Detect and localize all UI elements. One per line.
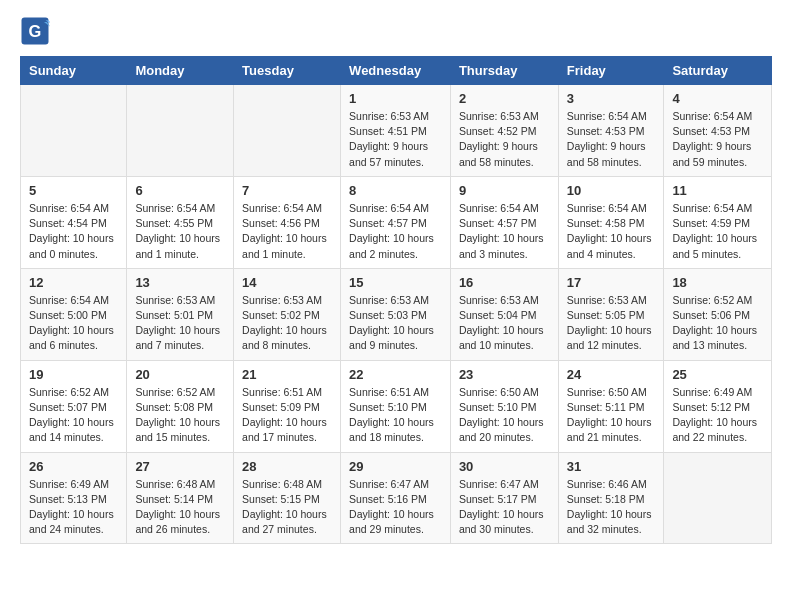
week-row-2: 5Sunrise: 6:54 AM Sunset: 4:54 PM Daylig… (21, 176, 772, 268)
day-number: 10 (567, 183, 656, 198)
day-cell: 21Sunrise: 6:51 AM Sunset: 5:09 PM Dayli… (234, 360, 341, 452)
day-cell: 1Sunrise: 6:53 AM Sunset: 4:51 PM Daylig… (341, 85, 451, 177)
day-cell: 28Sunrise: 6:48 AM Sunset: 5:15 PM Dayli… (234, 452, 341, 544)
day-info: Sunrise: 6:49 AM Sunset: 5:13 PM Dayligh… (29, 477, 118, 538)
day-number: 19 (29, 367, 118, 382)
day-number: 5 (29, 183, 118, 198)
day-cell: 6Sunrise: 6:54 AM Sunset: 4:55 PM Daylig… (127, 176, 234, 268)
day-cell: 27Sunrise: 6:48 AM Sunset: 5:14 PM Dayli… (127, 452, 234, 544)
day-info: Sunrise: 6:51 AM Sunset: 5:10 PM Dayligh… (349, 385, 442, 446)
day-number: 31 (567, 459, 656, 474)
day-cell: 26Sunrise: 6:49 AM Sunset: 5:13 PM Dayli… (21, 452, 127, 544)
day-cell: 23Sunrise: 6:50 AM Sunset: 5:10 PM Dayli… (450, 360, 558, 452)
day-number: 11 (672, 183, 763, 198)
day-info: Sunrise: 6:54 AM Sunset: 4:59 PM Dayligh… (672, 201, 763, 262)
day-cell: 30Sunrise: 6:47 AM Sunset: 5:17 PM Dayli… (450, 452, 558, 544)
day-info: Sunrise: 6:54 AM Sunset: 4:53 PM Dayligh… (672, 109, 763, 170)
day-info: Sunrise: 6:54 AM Sunset: 5:00 PM Dayligh… (29, 293, 118, 354)
weekday-friday: Friday (558, 57, 664, 85)
calendar: SundayMondayTuesdayWednesdayThursdayFrid… (20, 56, 772, 544)
day-info: Sunrise: 6:54 AM Sunset: 4:53 PM Dayligh… (567, 109, 656, 170)
day-number: 3 (567, 91, 656, 106)
day-info: Sunrise: 6:48 AM Sunset: 5:14 PM Dayligh… (135, 477, 225, 538)
day-info: Sunrise: 6:47 AM Sunset: 5:17 PM Dayligh… (459, 477, 550, 538)
day-number: 18 (672, 275, 763, 290)
day-number: 28 (242, 459, 332, 474)
day-number: 20 (135, 367, 225, 382)
weekday-monday: Monday (127, 57, 234, 85)
day-info: Sunrise: 6:46 AM Sunset: 5:18 PM Dayligh… (567, 477, 656, 538)
day-cell: 13Sunrise: 6:53 AM Sunset: 5:01 PM Dayli… (127, 268, 234, 360)
day-cell: 12Sunrise: 6:54 AM Sunset: 5:00 PM Dayli… (21, 268, 127, 360)
day-number: 2 (459, 91, 550, 106)
day-cell: 31Sunrise: 6:46 AM Sunset: 5:18 PM Dayli… (558, 452, 664, 544)
header: G (20, 16, 772, 46)
day-number: 23 (459, 367, 550, 382)
logo: G (20, 16, 54, 46)
day-number: 17 (567, 275, 656, 290)
day-number: 21 (242, 367, 332, 382)
day-number: 6 (135, 183, 225, 198)
day-info: Sunrise: 6:53 AM Sunset: 4:52 PM Dayligh… (459, 109, 550, 170)
day-cell: 15Sunrise: 6:53 AM Sunset: 5:03 PM Dayli… (341, 268, 451, 360)
day-cell: 8Sunrise: 6:54 AM Sunset: 4:57 PM Daylig… (341, 176, 451, 268)
day-cell: 4Sunrise: 6:54 AM Sunset: 4:53 PM Daylig… (664, 85, 772, 177)
day-info: Sunrise: 6:54 AM Sunset: 4:56 PM Dayligh… (242, 201, 332, 262)
day-cell (21, 85, 127, 177)
day-cell (664, 452, 772, 544)
day-cell: 5Sunrise: 6:54 AM Sunset: 4:54 PM Daylig… (21, 176, 127, 268)
day-number: 9 (459, 183, 550, 198)
day-cell: 3Sunrise: 6:54 AM Sunset: 4:53 PM Daylig… (558, 85, 664, 177)
weekday-sunday: Sunday (21, 57, 127, 85)
weekday-saturday: Saturday (664, 57, 772, 85)
weekday-header-row: SundayMondayTuesdayWednesdayThursdayFrid… (21, 57, 772, 85)
logo-icon: G (20, 16, 50, 46)
day-info: Sunrise: 6:53 AM Sunset: 5:05 PM Dayligh… (567, 293, 656, 354)
day-info: Sunrise: 6:47 AM Sunset: 5:16 PM Dayligh… (349, 477, 442, 538)
day-cell: 9Sunrise: 6:54 AM Sunset: 4:57 PM Daylig… (450, 176, 558, 268)
day-number: 22 (349, 367, 442, 382)
day-cell (234, 85, 341, 177)
svg-text:G: G (29, 22, 42, 40)
day-info: Sunrise: 6:51 AM Sunset: 5:09 PM Dayligh… (242, 385, 332, 446)
day-number: 26 (29, 459, 118, 474)
day-info: Sunrise: 6:54 AM Sunset: 4:57 PM Dayligh… (459, 201, 550, 262)
day-info: Sunrise: 6:50 AM Sunset: 5:10 PM Dayligh… (459, 385, 550, 446)
week-row-1: 1Sunrise: 6:53 AM Sunset: 4:51 PM Daylig… (21, 85, 772, 177)
day-number: 29 (349, 459, 442, 474)
day-number: 4 (672, 91, 763, 106)
day-info: Sunrise: 6:53 AM Sunset: 5:01 PM Dayligh… (135, 293, 225, 354)
day-number: 14 (242, 275, 332, 290)
day-cell: 17Sunrise: 6:53 AM Sunset: 5:05 PM Dayli… (558, 268, 664, 360)
day-number: 27 (135, 459, 225, 474)
day-cell: 14Sunrise: 6:53 AM Sunset: 5:02 PM Dayli… (234, 268, 341, 360)
week-row-5: 26Sunrise: 6:49 AM Sunset: 5:13 PM Dayli… (21, 452, 772, 544)
day-number: 8 (349, 183, 442, 198)
day-number: 13 (135, 275, 225, 290)
day-info: Sunrise: 6:53 AM Sunset: 5:02 PM Dayligh… (242, 293, 332, 354)
day-info: Sunrise: 6:48 AM Sunset: 5:15 PM Dayligh… (242, 477, 332, 538)
week-row-4: 19Sunrise: 6:52 AM Sunset: 5:07 PM Dayli… (21, 360, 772, 452)
day-info: Sunrise: 6:54 AM Sunset: 4:54 PM Dayligh… (29, 201, 118, 262)
day-info: Sunrise: 6:54 AM Sunset: 4:58 PM Dayligh… (567, 201, 656, 262)
week-row-3: 12Sunrise: 6:54 AM Sunset: 5:00 PM Dayli… (21, 268, 772, 360)
day-cell: 2Sunrise: 6:53 AM Sunset: 4:52 PM Daylig… (450, 85, 558, 177)
day-cell: 7Sunrise: 6:54 AM Sunset: 4:56 PM Daylig… (234, 176, 341, 268)
day-cell: 22Sunrise: 6:51 AM Sunset: 5:10 PM Dayli… (341, 360, 451, 452)
day-number: 25 (672, 367, 763, 382)
day-info: Sunrise: 6:54 AM Sunset: 4:57 PM Dayligh… (349, 201, 442, 262)
weekday-thursday: Thursday (450, 57, 558, 85)
day-info: Sunrise: 6:53 AM Sunset: 4:51 PM Dayligh… (349, 109, 442, 170)
day-number: 24 (567, 367, 656, 382)
day-cell: 19Sunrise: 6:52 AM Sunset: 5:07 PM Dayli… (21, 360, 127, 452)
day-cell: 25Sunrise: 6:49 AM Sunset: 5:12 PM Dayli… (664, 360, 772, 452)
day-cell: 11Sunrise: 6:54 AM Sunset: 4:59 PM Dayli… (664, 176, 772, 268)
day-info: Sunrise: 6:52 AM Sunset: 5:07 PM Dayligh… (29, 385, 118, 446)
day-cell: 29Sunrise: 6:47 AM Sunset: 5:16 PM Dayli… (341, 452, 451, 544)
day-info: Sunrise: 6:53 AM Sunset: 5:03 PM Dayligh… (349, 293, 442, 354)
day-number: 30 (459, 459, 550, 474)
weekday-wednesday: Wednesday (341, 57, 451, 85)
day-cell: 24Sunrise: 6:50 AM Sunset: 5:11 PM Dayli… (558, 360, 664, 452)
day-info: Sunrise: 6:52 AM Sunset: 5:06 PM Dayligh… (672, 293, 763, 354)
day-number: 15 (349, 275, 442, 290)
